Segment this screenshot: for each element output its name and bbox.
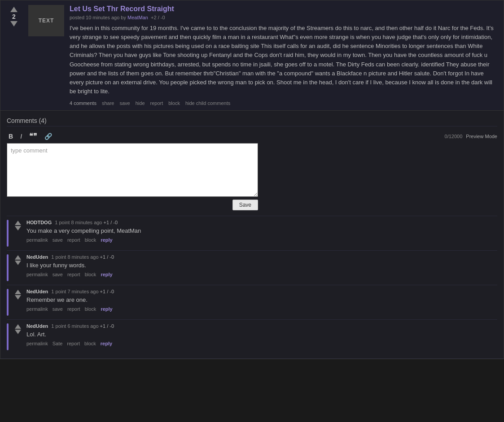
- comment-text: You make a very compelling point, MeatMa…: [26, 227, 497, 235]
- editor-toolbar: B I ❝❞ 🔗 0/12000 Preview Mode: [7, 131, 497, 141]
- post-vote-column: 2: [5, 5, 23, 106]
- save-comment-button[interactable]: Save: [232, 200, 258, 210]
- comment-text: Remember we are one.: [26, 296, 497, 304]
- comment-author: NedUden: [26, 289, 48, 294]
- comment-list: HODTDOG 1 point 8 minutes ago +1 / -0 Yo…: [7, 216, 497, 354]
- comment-actions: permalink save report block reply: [26, 272, 497, 277]
- comment-item: NedUden 1 point 8 minutes ago +1 / -0 I …: [7, 250, 497, 285]
- comment-indent-bar: [7, 289, 9, 316]
- comment-author: NedUden: [26, 323, 48, 329]
- post-upvote-button[interactable]: [10, 7, 18, 12]
- comment-item: NedUden 1 point 7 minutes ago +1 / -0 Re…: [7, 285, 497, 319]
- comment-save[interactable]: save: [53, 306, 63, 312]
- post-container: 2 TEXT Let Us Set Thr Record Straight po…: [0, 0, 504, 111]
- post-actions: 4 comments share save hide report block …: [70, 100, 499, 106]
- comment-body: NedUden 1 point 8 minutes ago +1 / -0 I …: [26, 254, 497, 281]
- comment-permalink[interactable]: permalink: [26, 341, 48, 346]
- comment-downvote-button[interactable]: [15, 226, 21, 231]
- comment-report[interactable]: report: [67, 272, 80, 277]
- comment-actions: permalink save report block reply: [26, 237, 497, 243]
- post-content: Let Us Set Thr Record Straight posted 10…: [70, 5, 499, 106]
- comment-meta: NedUden 1 point 6 minutes ago +1 / -0: [26, 323, 497, 329]
- comment-actions: permalink save report block reply: [26, 306, 497, 312]
- comment-block[interactable]: block: [85, 306, 96, 312]
- comment-block[interactable]: block: [85, 272, 96, 277]
- comment-item: NedUden 1 point 6 minutes ago +1 / -0 Lo…: [7, 319, 497, 354]
- comment-vote-col: [13, 254, 23, 281]
- comment-body: NedUden 1 point 7 minutes ago +1 / -0 Re…: [26, 289, 497, 316]
- comment-report[interactable]: report: [67, 237, 80, 243]
- comment-meta: NedUden 1 point 7 minutes ago +1 / -0: [26, 289, 497, 294]
- comment-meta: HODTDOG 1 point 8 minutes ago +1 / -0: [26, 220, 497, 225]
- save-btn-row: Save: [7, 200, 258, 210]
- post-downvote-button[interactable]: [10, 21, 18, 26]
- comment-reply[interactable]: reply: [101, 306, 112, 312]
- comment-save[interactable]: save: [53, 272, 63, 277]
- comment-vote-col: [13, 289, 23, 316]
- comment-actions: permalink Sate report block reply: [26, 341, 497, 346]
- post-author-link[interactable]: MeatMan: [127, 15, 148, 20]
- comment-block[interactable]: block: [85, 237, 96, 243]
- comment-author: HODTDOG: [26, 220, 52, 225]
- comment-indent-bar: [7, 254, 9, 281]
- comments-header: Comments (4): [7, 115, 497, 126]
- post-comments-link[interactable]: 4 comments: [70, 100, 96, 106]
- char-count: 0/12000: [445, 134, 463, 139]
- comment-indent-bar: [7, 220, 9, 247]
- italic-button[interactable]: I: [18, 132, 24, 141]
- post-meta: posted 10 minutes ago by MeatMan +2 / -0: [70, 15, 499, 20]
- comment-indent-bar: [7, 323, 9, 350]
- comment-reply[interactable]: reply: [101, 341, 112, 346]
- post-hide-child-link[interactable]: hide child comments: [185, 100, 230, 106]
- post-report-link[interactable]: report: [150, 100, 163, 106]
- comment-reply[interactable]: reply: [101, 237, 112, 243]
- post-body: I've been in this community for 19 month…: [70, 24, 499, 96]
- comment-upvote-button[interactable]: [15, 290, 21, 294]
- post-title[interactable]: Let Us Set Thr Record Straight: [70, 5, 499, 13]
- post-block-link[interactable]: block: [168, 100, 180, 106]
- comment-downvote-button[interactable]: [15, 330, 21, 334]
- comment-body: NedUden 1 point 6 minutes ago +1 / -0 Lo…: [26, 323, 497, 350]
- comment-permalink[interactable]: permalink: [26, 306, 48, 312]
- comment-item: HODTDOG 1 point 8 minutes ago +1 / -0 Yo…: [7, 216, 497, 250]
- quote-button[interactable]: ❝❞: [27, 131, 39, 141]
- comment-text: Lol. Art.: [26, 331, 497, 339]
- comment-upvote-button[interactable]: [15, 255, 21, 260]
- post-hide-link[interactable]: hide: [136, 100, 145, 106]
- comment-reply[interactable]: reply: [101, 272, 112, 277]
- comment-permalink[interactable]: permalink: [26, 237, 48, 243]
- comment-textarea[interactable]: [7, 143, 258, 197]
- comment-text: I like your funny words.: [26, 261, 497, 270]
- comment-author: NedUden: [26, 254, 48, 260]
- link-button[interactable]: 🔗: [43, 132, 54, 141]
- comment-upvote-button[interactable]: [15, 324, 21, 329]
- comment-body: HODTDOG 1 point 8 minutes ago +1 / -0 Yo…: [26, 220, 497, 247]
- comment-save[interactable]: save: [53, 237, 63, 243]
- post-thumbnail: TEXT: [28, 5, 64, 36]
- comment-upvote-button[interactable]: [15, 221, 21, 225]
- bold-button[interactable]: B: [7, 132, 15, 141]
- post-save-link[interactable]: save: [119, 100, 130, 106]
- comment-vote-col: [13, 323, 23, 350]
- comment-downvote-button[interactable]: [15, 295, 21, 300]
- comment-downvote-button[interactable]: [15, 261, 21, 265]
- post-vote-count: 2: [12, 13, 16, 20]
- preview-mode-button[interactable]: Preview Mode: [466, 134, 497, 139]
- comment-save[interactable]: Sate: [53, 341, 63, 346]
- comment-report[interactable]: report: [67, 341, 80, 346]
- comment-report[interactable]: report: [67, 306, 80, 312]
- comment-permalink[interactable]: permalink: [26, 272, 48, 277]
- comment-editor: B I ❝❞ 🔗 0/12000 Preview Mode Save: [7, 131, 497, 210]
- comment-vote-col: [13, 220, 23, 247]
- comment-block[interactable]: block: [84, 341, 96, 346]
- comment-meta: NedUden 1 point 8 minutes ago +1 / -0: [26, 254, 497, 260]
- post-share-link[interactable]: share: [102, 100, 114, 106]
- comments-section: Comments (4) B I ❝❞ 🔗 0/12000 Preview Mo…: [0, 111, 504, 359]
